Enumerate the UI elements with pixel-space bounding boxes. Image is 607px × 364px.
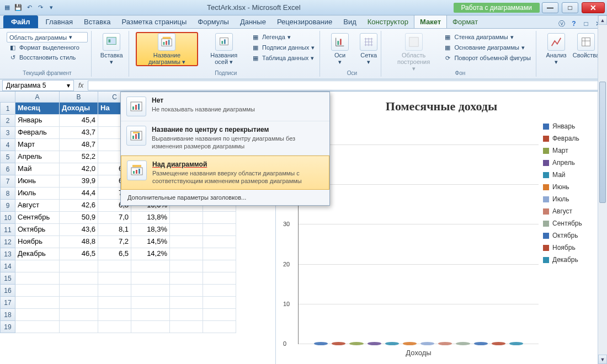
cell[interactable] xyxy=(15,321,60,333)
row-header[interactable]: 1 xyxy=(0,103,15,115)
cell[interactable] xyxy=(98,321,131,333)
cell[interactable]: 43,7 xyxy=(60,127,98,139)
axes-button[interactable]: Оси▾ xyxy=(327,32,353,66)
row-header[interactable]: 6 xyxy=(0,163,15,175)
cell[interactable]: 13,8% xyxy=(131,212,170,224)
cell[interactable]: 18,3% xyxy=(131,224,170,236)
menu-item-above[interactable]: Над диаграммойРазмещение названия вверху… xyxy=(121,156,329,190)
cell[interactable]: 7,2 xyxy=(98,236,131,248)
cell[interactable]: Ноябрь xyxy=(15,236,60,248)
row-header[interactable]: 8 xyxy=(0,188,15,200)
legend-item[interactable]: Август xyxy=(543,207,601,215)
legend-item[interactable]: Январь xyxy=(543,122,601,130)
legend-item[interactable]: Октябрь xyxy=(543,232,601,239)
cell[interactable]: 52,2 xyxy=(60,151,98,163)
worksheet[interactable]: ABCDEF 1МесяцДоходыНа2Январь45,43Февраль… xyxy=(0,92,276,364)
cell[interactable] xyxy=(203,248,236,260)
cell[interactable]: 14,2% xyxy=(131,248,170,260)
tab-insert[interactable]: Вставка xyxy=(78,15,116,28)
chevron-down-icon[interactable]: ▾ xyxy=(67,82,70,89)
cell[interactable] xyxy=(170,272,203,285)
cell[interactable] xyxy=(203,224,236,236)
cell[interactable] xyxy=(98,272,131,285)
cell[interactable] xyxy=(170,236,203,248)
cell[interactable] xyxy=(203,321,236,333)
tab-format[interactable]: Формат xyxy=(447,15,483,28)
rotation-button[interactable]: ⟳Поворот объемной фигуры xyxy=(441,53,533,63)
cell[interactable]: Май xyxy=(15,163,60,175)
cell[interactable] xyxy=(170,285,203,297)
row-header[interactable]: 19 xyxy=(0,321,15,333)
properties-button[interactable]: Свойства xyxy=(572,32,600,60)
cell[interactable] xyxy=(131,272,170,285)
cell[interactable]: 48,8 xyxy=(60,236,98,248)
cell[interactable] xyxy=(131,297,170,309)
cell[interactable] xyxy=(15,297,60,309)
cell[interactable] xyxy=(170,309,203,321)
legend-item[interactable]: Декабрь xyxy=(543,256,601,264)
row-header[interactable]: 16 xyxy=(0,285,15,297)
cell[interactable]: 6,5 xyxy=(98,248,131,260)
cell[interactable]: 14,5% xyxy=(131,236,170,248)
tab-view[interactable]: Вид xyxy=(338,15,362,28)
row-header[interactable]: 13 xyxy=(0,248,15,260)
analysis-button[interactable]: Анализ▾ xyxy=(543,32,569,66)
cell[interactable] xyxy=(98,260,131,272)
cell[interactable] xyxy=(60,309,98,321)
row-header[interactable]: 10 xyxy=(0,212,15,224)
maximize-button[interactable]: □ xyxy=(562,2,578,13)
tab-review[interactable]: Рецензирование xyxy=(271,15,338,28)
row-header[interactable]: 11 xyxy=(0,224,15,236)
minimize-button[interactable]: — xyxy=(542,2,558,13)
legend-item[interactable]: Июль xyxy=(543,195,601,203)
chart-wall-button[interactable]: ▦Стенка диаграммы ▾ xyxy=(441,32,533,42)
chart-legend[interactable]: ЯнварьФевральМартАпрельМайИюньИюльАвгуст… xyxy=(541,119,601,360)
legend-item[interactable]: Апрель xyxy=(543,159,601,167)
cell[interactable] xyxy=(60,272,98,285)
cell[interactable] xyxy=(98,285,131,297)
cell[interactable] xyxy=(131,309,170,321)
legend-item[interactable]: Июнь xyxy=(543,183,601,191)
cell[interactable] xyxy=(170,212,203,224)
redo-icon[interactable]: ↷ xyxy=(35,3,45,13)
legend-item[interactable]: Сентябрь xyxy=(543,220,601,227)
undo-icon[interactable]: ↶ xyxy=(24,3,34,13)
cell[interactable] xyxy=(60,321,98,333)
tab-layout[interactable]: Макет xyxy=(414,15,447,28)
cell[interactable] xyxy=(98,309,131,321)
cell[interactable] xyxy=(98,297,131,309)
tab-file[interactable]: Файл xyxy=(3,15,38,28)
row-header[interactable]: 18 xyxy=(0,309,15,321)
legend-item[interactable]: Март xyxy=(543,147,601,154)
cell[interactable] xyxy=(15,309,60,321)
cell[interactable] xyxy=(203,297,236,309)
cell[interactable]: 8,1 xyxy=(98,224,131,236)
cell[interactable] xyxy=(131,285,170,297)
row-header[interactable]: 5 xyxy=(0,151,15,163)
legend-item[interactable]: Ноябрь xyxy=(543,244,601,251)
cell[interactable] xyxy=(131,260,170,272)
cell[interactable] xyxy=(60,260,98,272)
cell[interactable]: 46,5 xyxy=(60,248,98,260)
menu-item-none[interactable]: НетНе показывать название диаграммы xyxy=(121,92,329,121)
gridlines-button[interactable]: Сетка▾ xyxy=(355,32,382,66)
close-button[interactable]: ✕ xyxy=(582,2,605,13)
cell[interactable]: 39,9 xyxy=(60,175,98,188)
tab-data[interactable]: Данные xyxy=(235,15,271,28)
chart-floor-button[interactable]: ▦Основание диаграммы ▾ xyxy=(441,42,533,52)
row-header[interactable]: 3 xyxy=(0,127,15,139)
cell[interactable]: Март xyxy=(15,139,60,151)
cell[interactable] xyxy=(131,321,170,333)
cell[interactable]: 50,9 xyxy=(60,212,98,224)
row-header[interactable]: 7 xyxy=(0,175,15,188)
cell[interactable] xyxy=(15,272,60,285)
row-header[interactable]: 2 xyxy=(0,115,15,127)
cell[interactable] xyxy=(203,260,236,272)
tab-page-layout[interactable]: Разметка страницы xyxy=(116,15,192,28)
scroll-down-arrow[interactable]: ▼ xyxy=(598,355,607,364)
reset-style-button[interactable]: ↺Восстановить стиль xyxy=(7,52,88,62)
vertical-scrollbar[interactable]: ▲ ▼ xyxy=(598,15,607,364)
cell[interactable] xyxy=(170,321,203,333)
scroll-thumb[interactable] xyxy=(599,82,606,203)
minimize-ribbon-icon[interactable]: ⓥ xyxy=(557,19,566,28)
